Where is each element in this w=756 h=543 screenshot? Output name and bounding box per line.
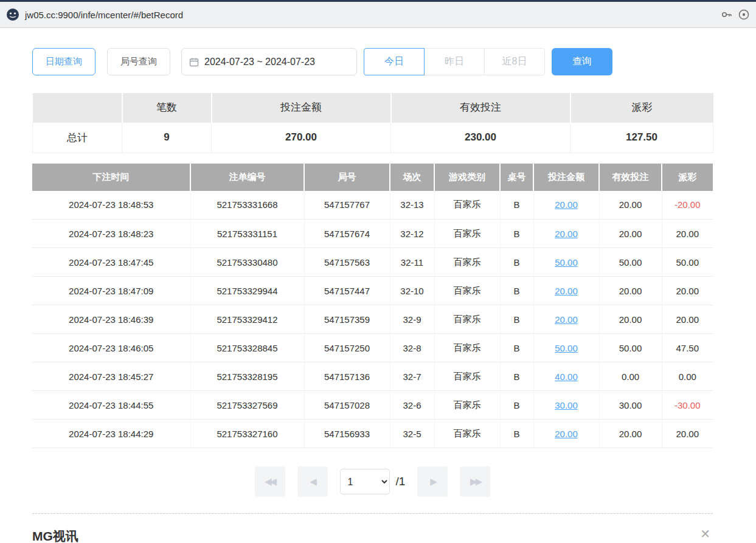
quick-yesterday-button[interactable]: 昨日 <box>424 48 485 75</box>
cell-table: B <box>500 305 533 334</box>
table-row: 2024-07-23 18:44:29521753327160547156933… <box>32 420 713 448</box>
cell-order_no: 521753327569 <box>190 391 304 420</box>
header-game-type: 游戏类别 <box>434 164 500 191</box>
cell-round_no: 547157674 <box>304 220 390 248</box>
summary-table: 笔数 投注金额 有效投注 派彩 总计 9 270.00 230.00 127.5… <box>32 93 713 153</box>
cell-table: B <box>500 362 533 391</box>
bet-amount-link[interactable]: 20.00 <box>555 229 578 239</box>
cell-order_no: 521753331668 <box>190 191 304 220</box>
cell-valid: 0.00 <box>599 362 662 391</box>
cell-payout: 50.00 <box>662 248 713 277</box>
cell-game: 百家乐 <box>434 277 500 305</box>
next-page-button[interactable]: ▶ <box>417 466 448 497</box>
cell-game: 百家乐 <box>434 248 500 277</box>
cell-bet: 20.00 <box>533 277 599 305</box>
summary-total-row: 总计 9 270.00 230.00 127.50 <box>33 122 713 153</box>
cell-payout: 20.00 <box>662 277 713 305</box>
search-button[interactable]: 查询 <box>552 48 612 75</box>
cell-valid: 20.00 <box>599 305 662 334</box>
cell-round_no: 547157250 <box>304 334 390 362</box>
cell-bet: 30.00 <box>533 391 599 420</box>
cell-table: B <box>500 277 533 305</box>
cell-bet: 50.00 <box>533 248 599 277</box>
mg-video-section-title: MG视讯 <box>32 528 78 543</box>
cell-session: 32-12 <box>390 220 434 248</box>
browser-address-bar: jw05.cc:9900/infe/mcenter/#/betRecord <box>0 0 756 28</box>
bet-amount-link[interactable]: 20.00 <box>555 429 578 439</box>
cell-game: 百家乐 <box>434 362 500 391</box>
cell-bet: 40.00 <box>533 362 599 391</box>
site-icon <box>6 8 19 21</box>
first-page-button[interactable]: ◀◀ <box>255 466 285 497</box>
bet-table-body: 2024-07-23 18:48:53521753331668547157767… <box>32 191 713 448</box>
quick-today-button[interactable]: 今日 <box>364 48 425 75</box>
header-valid-bet: 有效投注 <box>599 164 662 191</box>
cell-valid: 20.00 <box>599 420 662 448</box>
cell-table: B <box>500 391 533 420</box>
header-payout: 派彩 <box>662 164 713 191</box>
url-text[interactable]: jw05.cc:9900/infe/mcenter/#/betRecord <box>25 10 715 20</box>
summary-header-blank <box>33 93 122 122</box>
table-row: 2024-07-23 18:48:53521753331668547157767… <box>32 191 713 220</box>
cell-table: B <box>500 334 533 362</box>
cell-session: 32-11 <box>390 248 434 277</box>
key-icon[interactable] <box>721 9 733 21</box>
prev-page-button[interactable]: ◀ <box>297 466 328 497</box>
cell-payout: 20.00 <box>662 220 713 248</box>
cell-valid: 20.00 <box>599 191 662 220</box>
cell-session: 32-5 <box>390 420 434 448</box>
header-order-no: 注单编号 <box>190 164 304 191</box>
bet-amount-link[interactable]: 50.00 <box>555 343 578 353</box>
cell-payout: 20.00 <box>662 420 713 448</box>
date-range-input[interactable]: 2024-07-23 ~ 2024-07-23 <box>181 48 357 75</box>
summary-header-payout: 派彩 <box>570 93 713 122</box>
cell-round_no: 547157359 <box>304 305 390 334</box>
cell-bet: 20.00 <box>533 220 599 248</box>
quick-last8days-button[interactable]: 近8日 <box>484 48 545 75</box>
cell-time: 2024-07-23 18:47:09 <box>32 277 190 305</box>
round-query-tab[interactable]: 局号查询 <box>107 48 170 75</box>
bet-amount-link[interactable]: 50.00 <box>555 257 578 268</box>
cell-round_no: 547157767 <box>304 191 390 220</box>
cell-order_no: 521753327160 <box>190 420 304 448</box>
collapse-icon[interactable]: ✕ <box>700 528 710 540</box>
bet-record-page: 日期查询 局号查询 2024-07-23 ~ 2024-07-23 今日 昨日 … <box>0 48 756 514</box>
cell-round_no: 547157028 <box>304 391 390 420</box>
calendar-icon <box>189 57 199 67</box>
last-page-button[interactable]: ▶▶ <box>460 466 490 497</box>
cell-game: 百家乐 <box>434 420 500 448</box>
table-row: 2024-07-23 18:47:09521753329944547157447… <box>32 277 713 305</box>
extension-icon[interactable] <box>738 9 750 21</box>
bet-amount-link[interactable]: 40.00 <box>555 372 578 382</box>
cell-table: B <box>500 420 533 448</box>
date-query-tab[interactable]: 日期查询 <box>32 48 95 75</box>
summary-total-payout: 127.50 <box>570 122 713 153</box>
bet-amount-link[interactable]: 20.00 <box>555 314 578 325</box>
summary-total-bet-amount: 270.00 <box>212 122 391 153</box>
cell-session: 32-9 <box>390 305 434 334</box>
cell-order_no: 521753331151 <box>190 220 304 248</box>
cell-payout: 0.00 <box>662 362 713 391</box>
table-row: 2024-07-23 18:44:55521753327569547157028… <box>32 391 713 420</box>
cell-valid: 30.00 <box>599 391 662 420</box>
bet-record-table: 下注时间 注单编号 局号 场次 游戏类别 桌号 投注金额 有效投注 派彩 202… <box>32 164 713 449</box>
summary-header-valid-bet: 有效投注 <box>391 93 570 122</box>
cell-time: 2024-07-23 18:46:05 <box>32 334 190 362</box>
cell-time: 2024-07-23 18:44:55 <box>32 391 190 420</box>
cell-round_no: 547157136 <box>304 362 390 391</box>
cell-game: 百家乐 <box>434 220 500 248</box>
page-select[interactable]: 1 <box>340 469 390 494</box>
cell-order_no: 521753329412 <box>190 305 304 334</box>
cell-session: 32-10 <box>390 277 434 305</box>
bet-amount-link[interactable]: 30.00 <box>555 400 578 410</box>
cell-time: 2024-07-23 18:46:39 <box>32 305 190 334</box>
cell-payout: -30.00 <box>662 391 713 420</box>
summary-header-bet-amount: 投注金额 <box>212 93 391 122</box>
quick-date-group: 今日 昨日 近8日 <box>364 48 545 75</box>
table-row: 2024-07-23 18:47:45521753330480547157563… <box>32 248 713 277</box>
filter-toolbar: 日期查询 局号查询 2024-07-23 ~ 2024-07-23 今日 昨日 … <box>32 48 713 75</box>
bet-amount-link[interactable]: 20.00 <box>555 199 578 210</box>
summary-total-label: 总计 <box>33 122 122 153</box>
bet-amount-link[interactable]: 20.00 <box>555 286 578 296</box>
cell-order_no: 521753329944 <box>190 277 304 305</box>
